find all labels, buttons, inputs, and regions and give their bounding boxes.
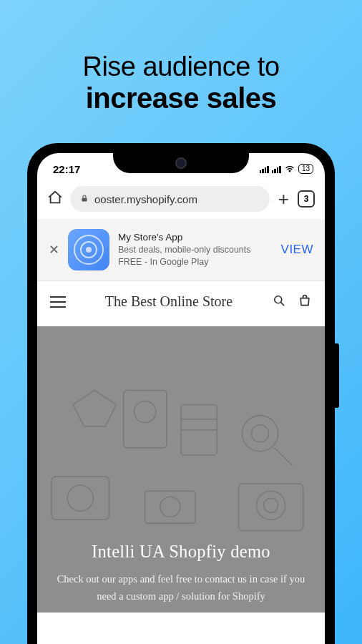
svg-rect-6	[124, 390, 167, 447]
phone-screen: 22:17 13	[37, 153, 325, 644]
headline-line-2: increase sales	[0, 82, 362, 114]
url-text: ooster.myshopify.com	[94, 193, 197, 205]
svg-point-16	[264, 498, 278, 512]
smart-app-banner: ✕ My Store's App Best deals, mobile-only…	[37, 219, 325, 281]
app-banner-texts: My Store's App Best deals, mobile-only d…	[118, 231, 273, 268]
view-app-button[interactable]: VIEW	[281, 243, 313, 257]
app-banner-footer: FREE - In Google Play	[118, 256, 273, 268]
svg-point-0	[289, 170, 290, 172]
signal-icon	[272, 165, 281, 173]
hero-title: Intelli UA Shopfiy demo	[52, 542, 310, 562]
url-field[interactable]: ooster.myshopify.com	[70, 186, 270, 212]
menu-icon[interactable]	[50, 296, 66, 308]
svg-point-15	[257, 491, 285, 519]
svg-point-11	[242, 416, 278, 452]
lock-icon	[80, 193, 89, 205]
battery-indicator: 13	[298, 164, 313, 174]
app-banner-subtitle: Best deals, mobile-only discounts	[118, 244, 273, 256]
app-icon	[68, 229, 109, 270]
search-icon[interactable]	[272, 293, 286, 311]
svg-point-5	[67, 485, 93, 511]
hero-subtitle: Check out our apps and feel free to cont…	[52, 570, 310, 605]
headline-line-1: Rise audience to	[0, 52, 362, 82]
svg-point-12	[251, 425, 268, 442]
svg-point-18	[160, 497, 180, 517]
store-header: The Best Online Store	[37, 281, 325, 326]
new-tab-button[interactable]: +	[277, 188, 290, 210]
browser-address-bar: ooster.myshopify.com + 3	[37, 182, 325, 219]
svg-rect-1	[82, 197, 87, 201]
wifi-icon	[284, 162, 295, 176]
store-title: The Best Online Store	[66, 293, 272, 311]
bag-icon[interactable]	[298, 293, 312, 311]
svg-point-7	[134, 401, 156, 423]
svg-line-3	[281, 302, 284, 305]
tab-switcher[interactable]: 3	[298, 190, 315, 208]
phone-notch	[113, 153, 249, 173]
app-banner-title: My Store's App	[118, 231, 273, 244]
close-icon[interactable]: ✕	[49, 242, 59, 258]
hero-banner: Intelli UA Shopfiy demo Check out our ap…	[37, 326, 325, 613]
home-icon[interactable]	[47, 190, 63, 208]
phone-frame: 22:17 13	[27, 143, 335, 644]
promo-headline: Rise audience to increase sales	[0, 0, 362, 143]
signal-icon	[260, 165, 269, 173]
svg-rect-17	[145, 491, 195, 523]
svg-rect-4	[52, 477, 109, 519]
svg-line-13	[275, 448, 293, 466]
